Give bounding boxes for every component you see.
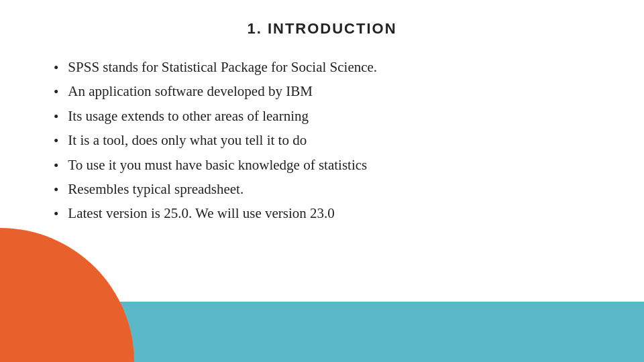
- bullet-symbol: •: [54, 204, 58, 224]
- page-title: 1. INTRODUCTION: [54, 20, 590, 38]
- list-item-7: •Latest version is 25.0. We will use ver…: [54, 204, 590, 224]
- bullet-symbol: •: [54, 107, 58, 127]
- bullet-text-5: To use it you must have basic knowledge …: [68, 156, 590, 175]
- bullet-symbol: •: [54, 131, 58, 151]
- list-item-1: •SPSS stands for Statistical Package for…: [54, 58, 590, 78]
- bullet-text-6: Resembles typical spreadsheet.: [68, 180, 590, 199]
- bullet-text-7: Latest version is 25.0. We will use vers…: [68, 204, 590, 223]
- bullet-symbol: •: [54, 180, 58, 200]
- list-item-4: •It is a tool, does only what you tell i…: [54, 131, 590, 151]
- bullet-symbol: •: [54, 156, 58, 176]
- bullet-text-3: Its usage extends to other areas of lear…: [68, 107, 590, 126]
- list-item-6: •Resembles typical spreadsheet.: [54, 180, 590, 200]
- bullet-text-2: An application software developed by IBM: [68, 82, 590, 101]
- bullet-list: •SPSS stands for Statistical Package for…: [54, 58, 590, 225]
- bullet-text-1: SPSS stands for Statistical Package for …: [68, 58, 590, 77]
- list-item-3: •Its usage extends to other areas of lea…: [54, 107, 590, 127]
- content-area: 1. INTRODUCTION •SPSS stands for Statist…: [0, 0, 644, 242]
- list-item-2: •An application software developed by IB…: [54, 82, 590, 102]
- list-item-5: •To use it you must have basic knowledge…: [54, 156, 590, 176]
- bullet-text-4: It is a tool, does only what you tell it…: [68, 131, 590, 150]
- bullet-symbol: •: [54, 82, 58, 102]
- page-container: 1. INTRODUCTION •SPSS stands for Statist…: [0, 0, 644, 362]
- bullet-symbol: •: [54, 58, 58, 78]
- orange-shape: [0, 228, 134, 362]
